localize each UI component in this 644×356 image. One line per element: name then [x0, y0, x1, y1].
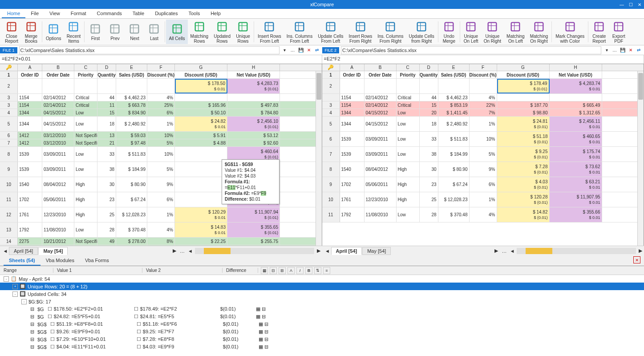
cell[interactable]: 18: [97, 117, 116, 131]
grid-corner[interactable]: 🔑: [0, 64, 18, 71]
col-header-F[interactable]: F: [470, 64, 497, 71]
diff-col-val2[interactable]: Value 2: [142, 268, 223, 273]
cell[interactable]: $ 51.18$ (0.01): [497, 132, 550, 146]
cell[interactable]: $ 187.70: [497, 101, 550, 109]
cell[interactable]: $ 24.81$ (0.01): [497, 117, 550, 131]
cell[interactable]: $ 7.28$ (0.01): [497, 162, 550, 177]
cell[interactable]: $ 65.86: [227, 245, 280, 246]
cell[interactable]: [227, 94, 280, 101]
file2-swap-icon[interactable]: ⇄: [635, 47, 642, 54]
formula-bar-left[interactable]: =E2*F2+0.01: [0, 55, 322, 64]
header-cell[interactable]: Net Value (USD): [227, 71, 280, 78]
cell[interactable]: 18: [420, 117, 438, 131]
sheet-next[interactable]: ▶: [171, 248, 178, 254]
bottom-panel-close[interactable]: ✕: [633, 256, 640, 263]
ribbon-undo-merge[interactable]: UndoMerge: [439, 20, 459, 44]
diff-tree-row[interactable]: ⊟$G$☐$7.29: =E10*F10+0.01☐$7.28: =E8*F8$…: [0, 336, 644, 343]
row-header[interactable]: [322, 94, 340, 101]
cell[interactable]: [470, 79, 497, 93]
cell[interactable]: 04/15/2012: [42, 109, 74, 116]
header-cell[interactable]: Discount (%): [470, 71, 497, 78]
header-cell[interactable]: Sales (USD): [116, 71, 147, 78]
diff-tree-row[interactable]: -📋May - April: 54: [0, 275, 644, 283]
cell[interactable]: 02/14/2012: [42, 94, 74, 101]
row-header[interactable]: 4: [322, 109, 340, 116]
cell[interactable]: $ 98.80: [497, 109, 550, 116]
ribbon-prev[interactable]: Prev: [105, 20, 125, 44]
col-header-D[interactable]: D: [97, 64, 116, 71]
cell[interactable]: $ 255.75: [227, 238, 280, 245]
ribbon-unique-rows[interactable]: UniqueRows: [233, 20, 253, 44]
cell[interactable]: $ 184.99: [116, 162, 147, 177]
col-header-E[interactable]: E: [116, 64, 147, 71]
col-header-A[interactable]: A: [18, 64, 42, 71]
row-header[interactable]: 7: [322, 147, 340, 162]
cell[interactable]: 28: [420, 207, 438, 222]
cell[interactable]: 8%: [147, 238, 175, 245]
cell[interactable]: $ 784.80: [227, 109, 280, 116]
ribbon-update-cells-left[interactable]: Update CellsFrom Left: [315, 20, 346, 44]
cell[interactable]: 03/09/2011: [365, 147, 397, 162]
cell[interactable]: High: [74, 177, 97, 192]
ribbon-all-cells[interactable]: All Cells: [166, 20, 187, 44]
row-header[interactable]: 11: [0, 192, 18, 207]
cell[interactable]: 1344: [18, 117, 42, 131]
cell[interactable]: 03/12/2010: [42, 139, 74, 146]
header-cell[interactable]: Order ID: [18, 71, 42, 78]
diff-col-range[interactable]: Range: [0, 268, 53, 273]
cell[interactable]: [175, 177, 227, 192]
col-header-G[interactable]: G: [497, 64, 550, 71]
diff-tree-row[interactable]: ⊟$G$☐$51.19: =E8*F8+0.01☐$51.18: =E6*F6$…: [0, 320, 644, 328]
menu-tab-help[interactable]: Help: [205, 9, 226, 18]
header-cell[interactable]: Quantity: [420, 71, 438, 78]
file2-dropdown-icon[interactable]: ▾: [603, 47, 610, 54]
cell[interactable]: $ 175.74$ 0.01: [550, 147, 602, 162]
cell[interactable]: High: [397, 162, 420, 177]
cell[interactable]: 1702: [18, 192, 42, 207]
col-header-C[interactable]: C: [74, 64, 97, 71]
row-header[interactable]: 14: [0, 238, 18, 245]
tree-toggle[interactable]: -: [12, 291, 18, 297]
cell[interactable]: 10%: [147, 147, 175, 162]
header-cell[interactable]: Quantity: [97, 71, 116, 78]
diff-tool-6[interactable]: ≡: [323, 267, 330, 274]
cell[interactable]: $ 2,456.11$ 0.01: [550, 117, 602, 131]
cell[interactable]: $ 22.25: [175, 238, 227, 245]
cell[interactable]: 6%: [147, 109, 175, 116]
cell[interactable]: 03/12/2010: [42, 132, 74, 139]
ribbon-update-cells-right[interactable]: Update Cellsfrom Right: [406, 20, 437, 44]
cell[interactable]: 33: [97, 147, 116, 162]
cell[interactable]: 15: [420, 101, 438, 109]
cell[interactable]: Low: [74, 109, 97, 116]
col-header-G[interactable]: G: [175, 64, 227, 71]
col-header-H[interactable]: H: [550, 64, 602, 71]
cell[interactable]: 03/09/2011: [42, 147, 74, 162]
cell[interactable]: [175, 147, 227, 162]
cell[interactable]: 1539: [18, 147, 42, 162]
file1-dropdown-icon[interactable]: ▾: [281, 47, 288, 54]
cell[interactable]: $ 73.62$ 0.01: [550, 162, 602, 177]
bottom-tab[interactable]: Vba Modules: [41, 256, 80, 266]
cell[interactable]: $ 165.96: [175, 101, 227, 109]
row-header[interactable]: 3: [0, 101, 18, 109]
cell[interactable]: $ 2,480.92: [116, 117, 147, 131]
row-header[interactable]: 5: [322, 117, 340, 131]
ribbon-export-pdf[interactable]: ExportPDF: [609, 20, 628, 44]
row-header[interactable]: 3: [322, 101, 340, 109]
cell[interactable]: 1154: [18, 101, 42, 109]
cell[interactable]: 15: [97, 109, 116, 116]
sheet-tab[interactable]: May [54]: [362, 247, 391, 255]
row-header[interactable]: 8: [0, 147, 18, 162]
cell[interactable]: $ 4.88: [175, 139, 227, 146]
cell[interactable]: 08/04/2012: [42, 177, 74, 192]
diff-tool-5[interactable]: ⇅: [314, 267, 321, 274]
grid-corner[interactable]: 🔑: [322, 64, 340, 71]
cell[interactable]: 1540: [340, 162, 365, 177]
menu-tab-home[interactable]: Home: [2, 9, 25, 18]
cell[interactable]: 1412: [18, 139, 42, 146]
sheet-tab[interactable]: May [54]: [38, 247, 68, 255]
row-header[interactable]: 15: [0, 245, 18, 246]
cell[interactable]: 38: [420, 147, 438, 162]
cell[interactable]: 04/15/2012: [365, 117, 397, 131]
cell[interactable]: 04/15/2012: [42, 117, 74, 131]
